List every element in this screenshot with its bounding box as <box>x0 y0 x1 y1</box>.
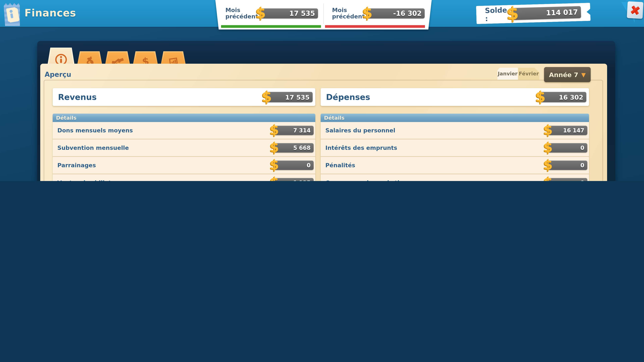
dollar-icon: $ <box>544 175 553 181</box>
prev-month-expense: Mois précédent $ -16 302 <box>332 5 425 22</box>
expenses-title: Dépenses <box>326 92 370 102</box>
table-row: Parrainages$0 <box>53 156 315 174</box>
dollar-icon: $ <box>270 123 279 136</box>
prev-month-expense-chip: $ -16 302 <box>367 8 425 18</box>
finances-panel-frame: $ <box>37 41 615 181</box>
dollar-icon: $ <box>270 158 279 171</box>
expenses-rows: Salaires du personnel$16 147 Intérêts de… <box>321 122 589 181</box>
table-row: Salaires du personnel$16 147 <box>321 122 589 139</box>
finances-ledger-icon <box>4 2 21 27</box>
expenses-column: Dépenses $ 16 302 Détails Salaires du pe… <box>321 64 589 181</box>
revenues-rows: Dons mensuels moyens$7 314 Subvention me… <box>53 122 315 181</box>
revenues-column: Revenus $ 17 535 Détails Dons mensuels m… <box>53 64 315 181</box>
table-row: Subvention mensuelle$5 668 <box>53 139 315 156</box>
dollar-icon: $ <box>270 140 279 154</box>
table-row: Pénalités$0 <box>321 156 589 174</box>
income-trend-bar <box>221 25 321 28</box>
table-row: Dons mensuels moyens$7 314 <box>53 122 315 139</box>
dollar-icon: $ <box>362 5 372 20</box>
table-row: Ventes des billets$1 125 <box>53 174 315 181</box>
revenues-total-card: Revenus $ 17 535 <box>53 88 315 106</box>
expenses-details-header: Détails <box>321 114 589 122</box>
dollar-icon: $ <box>544 123 553 136</box>
expense-trend-bar <box>325 25 425 28</box>
balance-chip: $ 114 017 <box>512 6 581 20</box>
overview-sheet: Aperçu Janvier Février Année 7 ▼ Revenus… <box>40 64 607 181</box>
prev-month-income-label: Mois précédent <box>226 7 260 20</box>
dollar-icon: $ <box>262 89 272 104</box>
table-row: Campagnes de marketing$0 <box>321 174 589 181</box>
dollar-icon: $ <box>535 89 546 104</box>
prev-month-income-chip: $ 17 535 <box>260 8 318 18</box>
dollar-icon: $ <box>270 175 279 181</box>
window-title: Finances <box>24 7 76 19</box>
revenues-details-header: Détails <box>53 114 315 122</box>
dollar-icon: $ <box>544 158 553 171</box>
previous-months-summary: Mois précédent $ 17 535 Mois précédent $… <box>215 0 432 29</box>
expenses-total-chip: $ 16 302 <box>540 92 586 102</box>
dollar-icon: $ <box>256 5 266 20</box>
revenues-title: Revenus <box>58 92 96 102</box>
stats-divider <box>323 3 324 24</box>
expenses-total-card: Dépenses $ 16 302 <box>321 88 589 106</box>
finances-window: Finances Mois précédent $ 17 535 Mois pr… <box>0 0 644 181</box>
table-row: Intérêts des emprunts$0 <box>321 139 589 156</box>
prev-month-income: Mois précédent $ 17 535 <box>226 5 319 22</box>
dollar-icon: $ <box>506 4 519 22</box>
revenues-total-chip: $ 17 535 <box>266 92 312 102</box>
dollar-icon: $ <box>544 140 553 154</box>
prev-month-expense-label: Mois précédent <box>332 7 367 20</box>
close-button[interactable] <box>627 1 643 19</box>
close-icon <box>628 3 642 17</box>
balance-card: Solde : $ 114 017 <box>476 3 591 24</box>
